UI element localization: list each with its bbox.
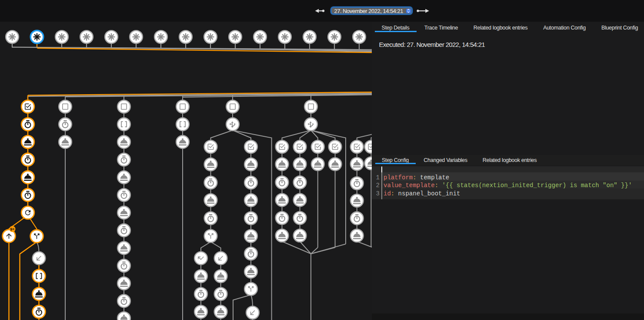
svg-text:9+: 9+	[10, 227, 14, 231]
